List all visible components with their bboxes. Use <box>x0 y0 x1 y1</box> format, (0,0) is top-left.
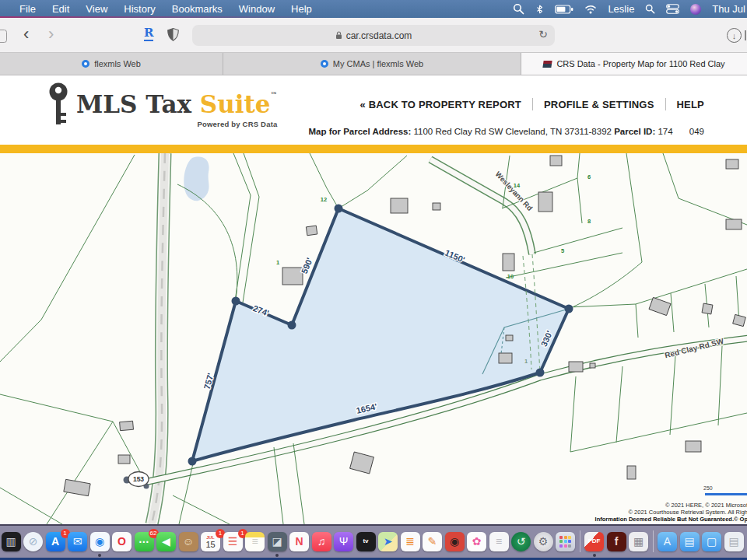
dock-applications-folder-icon[interactable]: A <box>658 532 677 551</box>
dock-flash-player-icon[interactable]: f <box>607 532 626 551</box>
svg-text:8: 8 <box>587 218 591 225</box>
svg-text:153: 153 <box>133 475 144 483</box>
dock-apple-tv-icon[interactable]: tv <box>356 532 376 551</box>
nav-divider <box>532 98 533 110</box>
dock-reminders-icon[interactable]: ☰1 <box>223 532 243 551</box>
dock-mail-icon[interactable]: ✉ <box>68 532 87 551</box>
mls-tax-suite-logo: MLS Tax Suite™ Powered by CRS Data <box>48 82 278 128</box>
dock-calendar-icon[interactable]: JUL151 <box>201 532 220 551</box>
dock-safari-icon[interactable]: ◉ <box>90 532 110 551</box>
battery-icon[interactable] <box>555 5 573 14</box>
control-center-icon[interactable] <box>666 4 679 14</box>
help-link[interactable]: HELP <box>677 99 704 110</box>
downloads-icon[interactable]: ↓ <box>727 28 742 43</box>
dock-divider <box>653 530 654 552</box>
tab-label: CRS Data - Property Map for 1100 Red Cla… <box>556 59 724 68</box>
menu-history[interactable]: History <box>124 3 155 15</box>
toolbar-partial-icon[interactable] <box>745 30 746 40</box>
svg-text:14: 14 <box>514 182 521 189</box>
dock-facetime-icon[interactable]: ◀ <box>156 532 176 551</box>
svg-text:© 2021 Courthouse Retrieval Sy: © 2021 Courthouse Retrieval System. All … <box>628 509 747 516</box>
back-button[interactable]: ‹ <box>23 24 29 44</box>
dock-messages-icon[interactable]: ⋯62 <box>135 532 154 551</box>
dock-maps-icon[interactable]: ➤ <box>378 532 398 551</box>
refresh-icon[interactable]: ↻ <box>538 28 548 40</box>
dock-photo-booth-app-icon[interactable]: ◉ <box>445 532 465 551</box>
dock-app-store-icon[interactable]: A1 <box>46 532 65 551</box>
scale-label: 250 <box>703 485 713 491</box>
dock-notes-icon[interactable]: ≡ <box>245 532 265 551</box>
window-control-partial[interactable] <box>0 30 7 43</box>
menubar-menus: FileEditViewHistoryBookmarksWindowHelp <box>0 3 312 15</box>
dock-podcasts-icon[interactable]: Ψ <box>334 532 353 551</box>
svg-text:12: 12 <box>321 196 327 203</box>
svg-text:1: 1 <box>276 259 279 266</box>
wifi-icon[interactable] <box>584 5 597 14</box>
crs-favicon <box>543 61 552 68</box>
dock-pdf-expert-icon[interactable]: PDF <box>584 532 604 551</box>
dock-prohibited-app-icon[interactable]: ⊘ <box>23 532 43 551</box>
user-menu[interactable]: Leslie <box>608 3 634 15</box>
dock-downloads-folder-icon[interactable]: ▢ <box>702 532 721 551</box>
dock-music-icon[interactable]: ♫ <box>312 532 331 551</box>
menu-help[interactable]: Help <box>291 3 312 15</box>
browser-toolbar: ‹ › R car.crsdata.com ↻ ↓ <box>0 18 747 53</box>
flexmls-favicon <box>82 60 89 68</box>
menu-file[interactable]: File <box>19 3 36 15</box>
menu-window[interactable]: Window <box>239 3 275 15</box>
macos-menu-bar: FileEditViewHistoryBookmarksWindowHelp L… <box>0 0 747 18</box>
dock-white-app-icon[interactable]: ≡ <box>489 532 509 551</box>
dock-screenshot-app-icon[interactable]: ◪ <box>268 532 287 551</box>
tab-my-cmas[interactable]: My CMAs | flexmls Web <box>223 53 521 75</box>
menu-bookmarks[interactable]: Bookmarks <box>172 3 223 15</box>
dock-documents-folder-icon[interactable]: ▤ <box>680 532 700 551</box>
r-extension-icon[interactable]: R <box>144 26 153 41</box>
dock-opera-icon[interactable]: O <box>112 532 132 551</box>
dock-hidden-dark-app-icon[interactable]: ▥ <box>2 532 21 551</box>
dock-photos-icon[interactable]: ✿ <box>467 532 486 551</box>
tab-label: My CMAs | flexmls Web <box>333 59 423 68</box>
dock-launchpad-icon[interactable] <box>556 532 575 551</box>
map-container: 590' 274' 1150' 330' 1654' 757' Wesleyan… <box>0 153 747 524</box>
svg-text:6: 6 <box>587 173 591 180</box>
flexmls-favicon <box>321 60 328 68</box>
running-indicator <box>98 554 101 557</box>
dock: ▥⊘A1✉◉O⋯62◀☺JUL151☰1≡◪N♫Ψtv➤≣✎◉✿≡↺⚙PDFf▦… <box>0 526 747 556</box>
macos-dock: ▥⊘A1✉◉O⋯62◀☺JUL151☰1≡◪N♫Ψtv➤≣✎◉✿≡↺⚙PDFf▦… <box>0 524 747 560</box>
dock-news-icon[interactable]: N <box>289 532 309 551</box>
dock-contacts-icon[interactable]: ☺ <box>179 532 198 551</box>
running-indicator <box>275 554 279 557</box>
search-icon[interactable] <box>513 3 524 15</box>
dock-calculator-app-icon[interactable]: ▦ <box>629 532 648 551</box>
svg-text:© 2021 HERE, © 2021 Microsof: © 2021 HERE, © 2021 Microsof <box>665 502 747 509</box>
back-to-property-report-link[interactable]: « BACK TO PROPERTY REPORT <box>359 99 521 110</box>
svg-text:Information Deemed Reliable Bu: Information Deemed Reliable But Not Guar… <box>595 516 747 523</box>
dock-time-machine-icon[interactable]: ↺ <box>511 532 531 551</box>
tab-crs-data-active[interactable]: CRS Data - Property Map for 1100 Red Cla… <box>521 53 747 75</box>
dock-system-preferences-icon[interactable]: ⚙ <box>534 532 553 551</box>
url-text: car.crsdata.com <box>346 30 412 41</box>
address-bar[interactable]: car.crsdata.com ↻ <box>192 25 555 46</box>
menubar-clock[interactable]: Thu Jul <box>712 3 745 15</box>
logo-tagline: Powered by CRS Data <box>197 120 277 128</box>
logo-title: MLS Tax Suite™ <box>76 82 278 117</box>
bluetooth-icon[interactable] <box>535 4 544 15</box>
running-indicator <box>593 554 596 557</box>
dock-pages-icon[interactable]: ✎ <box>423 532 442 551</box>
scale-bar <box>705 493 747 495</box>
site-nav: « BACK TO PROPERTY REPORT PROFILE & SETT… <box>359 98 704 110</box>
dock-books-icon[interactable]: ≣ <box>401 532 420 551</box>
svg-text:10: 10 <box>507 273 514 280</box>
dock-minimized-window-icon[interactable]: ▤ <box>724 532 744 551</box>
parcel-address-line: Map for Parcel Address: 1100 Red Clay Rd… <box>308 127 704 136</box>
profile-settings-link[interactable]: PROFILE & SETTINGS <box>544 99 654 110</box>
forward-button[interactable]: › <box>48 24 54 44</box>
spotlight-icon[interactable] <box>645 4 655 14</box>
menu-view[interactable]: View <box>86 3 107 15</box>
shield-extension-icon[interactable] <box>167 28 179 44</box>
siri-icon[interactable] <box>690 4 701 15</box>
parcel-map-canvas[interactable]: 590' 274' 1150' 330' 1654' 757' Wesleyan… <box>0 153 747 524</box>
tab-flexmls-web[interactable]: flexmls Web <box>0 53 223 75</box>
tab-label: flexmls Web <box>94 59 141 68</box>
menu-edit[interactable]: Edit <box>52 3 69 15</box>
